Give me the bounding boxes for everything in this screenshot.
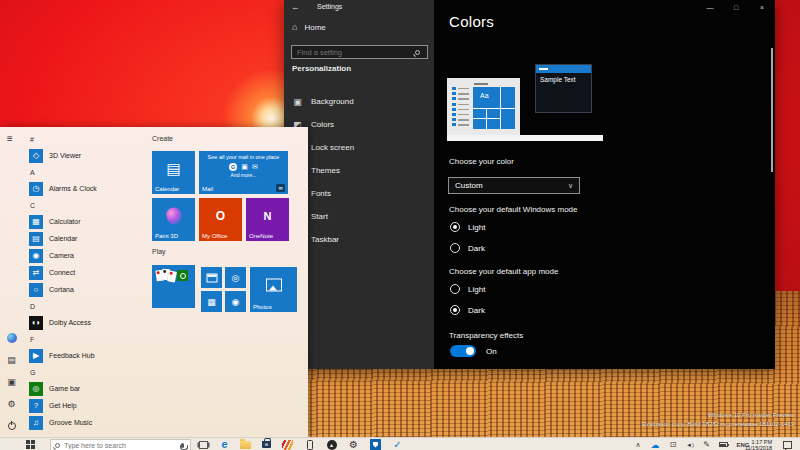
edge-icon[interactable]: e <box>217 438 232 450</box>
show-hidden-icons-chevron[interactable]: ∧ <box>632 438 644 450</box>
section-letter[interactable]: A <box>29 164 147 180</box>
display-connect-icon[interactable]: ⊡ <box>666 438 680 450</box>
todo-check-icon[interactable]: ✓ <box>390 438 405 450</box>
app-item-connect[interactable]: ⇄ Connect <box>29 264 147 281</box>
settings-search-box[interactable] <box>291 45 428 59</box>
settings-gear-icon[interactable]: ⚙ <box>6 398 17 409</box>
taskbar: e ⊞ ▴ ⚙ ✓ ∧ ☁ ⊡ ◄) ✎ ENG 1:17 PM 11/15/2… <box>0 437 800 450</box>
documents-icon[interactable]: ▤ <box>6 354 17 365</box>
preview-aa-label: Aa <box>480 92 489 99</box>
tile-solitaire[interactable] <box>152 265 195 308</box>
tile-movies-tv[interactable] <box>201 267 222 288</box>
page-title: Colors <box>449 13 494 30</box>
start-button[interactable] <box>26 440 35 449</box>
radio-icon[interactable] <box>450 243 460 253</box>
app-item-feedback-hub[interactable]: ▶ Feedback Hub <box>29 347 147 364</box>
taskbar-search-input[interactable] <box>64 442 177 449</box>
preview-titlebar-dash <box>539 68 548 70</box>
section-letter[interactable]: G <box>29 364 147 380</box>
app-item-cortana[interactable]: ○ Cortana <box>29 281 147 298</box>
choose-color-label: Choose your color <box>449 157 514 166</box>
radio-selected-icon[interactable] <box>450 222 460 232</box>
tile-paint-3d[interactable]: Paint 3D <box>152 198 195 241</box>
app-mode-preview-window: Sample Text <box>535 64 592 113</box>
windows-mode-dark-option[interactable]: Dark <box>450 243 485 253</box>
app-item-calendar[interactable]: ▤ Calendar <box>29 230 147 247</box>
app-mode-dark-option[interactable]: Dark <box>450 305 485 315</box>
onenote-icon: N <box>264 210 272 222</box>
photos-app-icon[interactable]: ▴ <box>324 438 339 450</box>
windows-security-icon[interactable] <box>368 438 383 450</box>
user-avatar[interactable] <box>6 332 17 343</box>
tile-calculator[interactable]: ▦ <box>201 291 222 312</box>
preview-header-bar <box>474 83 488 85</box>
chevron-down-icon: ∨ <box>568 182 579 190</box>
nav-item-background[interactable]: ▣ Background <box>284 90 434 113</box>
app-item-calculator[interactable]: ▦ Calculator <box>29 213 147 230</box>
back-icon[interactable]: ← <box>291 2 300 12</box>
app-item-groove-music[interactable]: ♫ Groove Music <box>29 414 147 431</box>
clock[interactable]: 1:17 PM 11/15/2018 <box>745 439 772 450</box>
settings-search-input[interactable] <box>292 48 415 57</box>
windows-mode-label: Choose your default Windows mode <box>449 205 578 214</box>
maximize-button[interactable]: □ <box>723 0 749 14</box>
minimize-button[interactable]: — <box>697 0 723 14</box>
color-dropdown[interactable]: Custom ∨ <box>448 177 580 194</box>
your-phone-icon[interactable] <box>302 438 317 450</box>
settings-taskbar-icon[interactable]: ⚙ <box>346 438 361 450</box>
tile-mail[interactable]: See all your mail in one place G ▣ ✉ And… <box>199 151 288 194</box>
radio-icon[interactable] <box>450 284 460 294</box>
nav-section-title: Personalization <box>292 64 351 73</box>
tile-mixer[interactable]: ◎ <box>225 267 246 288</box>
pen-icon[interactable]: ✎ <box>700 438 713 450</box>
office-icon: O <box>216 209 225 223</box>
file-explorer-icon[interactable] <box>238 438 253 450</box>
section-letter[interactable]: # <box>29 131 147 147</box>
pictures-icon[interactable]: ▣ <box>6 376 17 387</box>
app-item-game-bar[interactable]: ◎ Game bar <box>29 380 147 397</box>
power-icon[interactable] <box>6 420 17 431</box>
search-icon <box>415 50 420 55</box>
calculator-icon: ▦ <box>29 215 43 229</box>
taskbar-search-box[interactable] <box>50 439 191 450</box>
xbox-badge-icon <box>177 270 188 281</box>
background-icon: ▣ <box>292 97 303 107</box>
preview-app-list-icons <box>452 87 456 128</box>
app-item-alarms-clock[interactable]: ◷ Alarms & Clock <box>29 180 147 197</box>
3d-viewer-icon: ◇ <box>29 149 43 163</box>
task-view-button[interactable] <box>196 438 211 450</box>
tile-photos[interactable]: Photos <box>250 267 297 312</box>
onedrive-cloud-icon[interactable]: ☁ <box>648 438 662 450</box>
section-letter[interactable]: D <box>29 298 147 314</box>
tile-my-office[interactable]: O My Office <box>199 198 242 241</box>
battery-icon[interactable] <box>716 438 730 450</box>
brush-app-icon[interactable] <box>280 438 295 450</box>
photos-icon <box>266 279 282 292</box>
mail-headline: See all your mail in one place <box>199 151 288 161</box>
mail-badge-icon: ✉ <box>276 184 285 192</box>
app-item-camera[interactable]: ◉ Camera <box>29 247 147 264</box>
action-center-icon[interactable] <box>780 438 794 450</box>
store-icon[interactable]: ⊞ <box>259 438 274 450</box>
preview-taskbar <box>447 135 603 141</box>
app-item-3d-viewer[interactable]: ◇ 3D Viewer <box>29 147 147 164</box>
nav-item-home[interactable]: ⌂ Home <box>292 22 326 32</box>
tile-calendar[interactable]: ▤ Calendar <box>152 151 195 194</box>
toggle-on-switch[interactable] <box>450 345 476 357</box>
scrollbar[interactable] <box>771 48 773 172</box>
app-item-get-help[interactable]: ? Get Help <box>29 397 147 414</box>
app-mode-light-option[interactable]: Light <box>450 284 485 294</box>
app-item-dolby-access[interactable]: ◖◗ Dolby Access <box>29 314 147 331</box>
home-label: Home <box>304 23 325 32</box>
volume-icon[interactable]: ◄) <box>683 438 697 450</box>
radio-selected-icon[interactable] <box>450 305 460 315</box>
hamburger-menu-icon[interactable]: ≡ <box>7 134 13 144</box>
color-dropdown-value: Custom <box>449 181 568 190</box>
section-letter[interactable]: F <box>29 331 147 347</box>
section-letter[interactable]: C <box>29 197 147 213</box>
microphone-icon[interactable] <box>181 443 184 448</box>
tile-camera[interactable]: ◉ <box>225 291 246 312</box>
windows-mode-light-option[interactable]: Light <box>450 222 485 232</box>
tile-onenote[interactable]: N OneNote <box>246 198 289 241</box>
close-button[interactable]: × <box>749 0 775 14</box>
